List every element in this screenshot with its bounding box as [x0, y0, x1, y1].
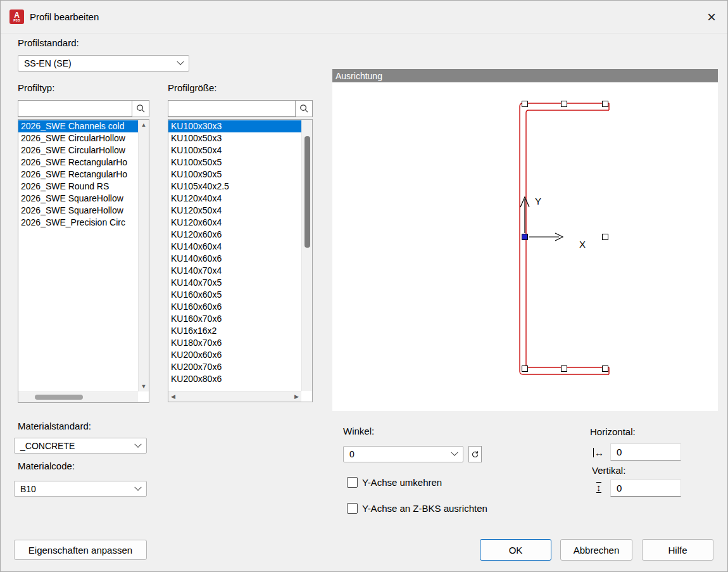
list-item[interactable]: KU200x80x6: [168, 373, 301, 385]
materialstandard-dropdown[interactable]: _CONCRETE: [14, 438, 147, 454]
handle-top-mid[interactable]: [562, 101, 567, 107]
close-button[interactable]: ×: [701, 6, 722, 28]
chevron-down-icon: [134, 483, 141, 490]
chevron-down-icon: [134, 440, 141, 447]
list-item[interactable]: KU16x16x2: [168, 325, 301, 337]
profilgroesse-search-input[interactable]: [168, 100, 296, 117]
list-item[interactable]: 2026_SWE RectangularHo: [18, 156, 138, 168]
scroll-right-icon[interactable]: ▶: [294, 391, 299, 402]
list-item[interactable]: 2026_SWE SquareHollow: [18, 205, 138, 217]
profiltyp-listbox: 2026_SWE Channels cold 2026_SWE Circular…: [18, 119, 149, 403]
list-item[interactable]: KU140x60x4: [168, 241, 301, 253]
profiltyp-hscrollbar[interactable]: [18, 391, 138, 402]
handle-bottom-left[interactable]: [522, 366, 528, 372]
abbrechen-button[interactable]: Abbrechen: [560, 539, 632, 561]
materialstandard-value: _CONCRETE: [20, 441, 75, 451]
list-item[interactable]: KU100x30x3: [168, 120, 301, 132]
list-item[interactable]: 2026_SWE CircularHollow: [18, 144, 138, 156]
profilgroesse-label: Profilgröße:: [168, 82, 217, 93]
winkel-reset-button[interactable]: [468, 446, 482, 462]
list-item[interactable]: 2026_SWE Round RS: [18, 181, 138, 193]
list-item[interactable]: KU160x60x6: [168, 301, 301, 313]
list-item[interactable]: KU140x70x4: [168, 265, 301, 277]
ok-button[interactable]: OK: [480, 539, 551, 561]
list-item[interactable]: 2026_SWE Channels cold: [18, 120, 138, 132]
materialcode-label: Materialcode:: [18, 461, 75, 471]
horizontal-label: Horizontal:: [590, 426, 636, 437]
list-item[interactable]: KU100x90x5: [168, 168, 301, 181]
horizontal-offset-icon: ↔: [593, 448, 604, 457]
profiltyp-label: Profiltyp:: [18, 82, 54, 93]
winkel-value: 0: [349, 449, 355, 459]
list-item[interactable]: KU140x60x6: [168, 253, 301, 265]
handle-bottom-mid[interactable]: [562, 366, 567, 372]
profilgroesse-list[interactable]: KU100x30x3 KU100x50x3 KU100x50x4 KU100x5…: [168, 120, 301, 391]
list-item[interactable]: KU120x50x4: [168, 205, 301, 217]
app-icon: A P3D: [9, 10, 24, 24]
vertikal-label: Vertikal:: [592, 465, 625, 476]
horizontal-input[interactable]: [610, 443, 681, 461]
align-z-checkbox[interactable]: [347, 503, 358, 514]
window-title: Profil bearbeiten: [30, 11, 99, 22]
list-item[interactable]: KU160x60x5: [168, 289, 301, 301]
handle-bottom-right[interactable]: [603, 366, 608, 372]
list-item[interactable]: KU120x40x4: [168, 193, 301, 205]
materialcode-value: B10: [20, 484, 36, 494]
title-bar: A P3D Profil bearbeiten ×: [1, 1, 727, 34]
list-item[interactable]: KU200x70x6: [168, 361, 301, 373]
profiltyp-list[interactable]: 2026_SWE Channels cold 2026_SWE Circular…: [18, 120, 138, 391]
list-item[interactable]: KU140x70x5: [168, 277, 301, 289]
search-icon: [136, 104, 146, 113]
scroll-up-icon[interactable]: ▲: [139, 122, 149, 128]
profiltyp-search-input[interactable]: [18, 100, 132, 117]
axis-x-label: X: [579, 239, 586, 250]
eigenschaften-anpassen-button[interactable]: Eigenschaften anpassen: [14, 540, 147, 560]
list-item[interactable]: KU180x70x6: [168, 337, 301, 349]
list-item[interactable]: 2026_SWE RectangularHo: [18, 168, 138, 181]
list-item[interactable]: KU200x60x6: [168, 349, 301, 361]
scrollbar-thumb[interactable]: [304, 136, 310, 248]
profilgroesse-vscrollbar[interactable]: [301, 120, 312, 391]
profilstandard-value: SS-EN (SE): [24, 58, 72, 68]
materialcode-dropdown[interactable]: B10: [14, 481, 147, 497]
hilfe-button[interactable]: Hilfe: [642, 539, 713, 561]
winkel-dropdown[interactable]: 0: [343, 446, 463, 462]
list-item[interactable]: 2026_SWE SquareHollow: [18, 193, 138, 205]
handle-top-right[interactable]: [603, 101, 608, 107]
channel-profile-drawing: Y X: [332, 82, 718, 411]
vertikal-input[interactable]: [610, 480, 681, 497]
list-item[interactable]: KU100x50x3: [168, 132, 301, 144]
profilgroesse-hscrollbar[interactable]: ◀ ▶: [168, 391, 301, 402]
chevron-down-icon: [177, 58, 184, 65]
list-item[interactable]: KU100x50x5: [168, 156, 301, 168]
scroll-down-icon[interactable]: ▼: [139, 383, 149, 390]
list-item[interactable]: KU160x70x6: [168, 313, 301, 325]
list-item[interactable]: 2026_SWE CircularHollow: [18, 132, 138, 144]
profiltyp-vscrollbar[interactable]: ▲ ▼: [138, 120, 149, 391]
invert-y-label: Y-Achse umkehren: [362, 477, 442, 488]
invert-y-checkbox[interactable]: [347, 477, 358, 488]
list-item[interactable]: KU105x40x2.5: [168, 181, 301, 193]
profile-preview: Y X: [332, 82, 718, 411]
list-item[interactable]: 2026_SWE_Precision Circ: [18, 217, 138, 229]
materialstandard-label: Materialstandard:: [18, 421, 91, 431]
origin-handle[interactable]: [522, 234, 528, 240]
profiltyp-search-button[interactable]: [132, 100, 149, 117]
list-item[interactable]: KU120x60x6: [168, 229, 301, 241]
profilgroesse-search-button[interactable]: [296, 100, 313, 117]
list-item[interactable]: KU120x60x4: [168, 217, 301, 229]
rotate-icon: [471, 450, 479, 459]
handle-mid-right[interactable]: [603, 234, 608, 240]
profilstandard-dropdown[interactable]: SS-EN (SE): [18, 55, 189, 72]
profilstandard-label: Profilstandard:: [18, 37, 79, 48]
axis-y-label: Y: [535, 196, 541, 207]
align-z-label: Y-Achse an Z-BKS ausrichten: [362, 503, 487, 514]
profilgroesse-listbox: KU100x30x3 KU100x50x3 KU100x50x4 KU100x5…: [168, 119, 313, 402]
app-icon-sub: P3D: [13, 19, 20, 22]
handle-top-left[interactable]: [522, 101, 528, 107]
scrollbar-thumb[interactable]: [35, 395, 83, 400]
search-icon: [299, 104, 309, 113]
list-item[interactable]: KU100x50x4: [168, 144, 301, 156]
vertical-offset-icon: ↕: [596, 482, 601, 493]
scroll-left-icon[interactable]: ◀: [171, 391, 175, 402]
